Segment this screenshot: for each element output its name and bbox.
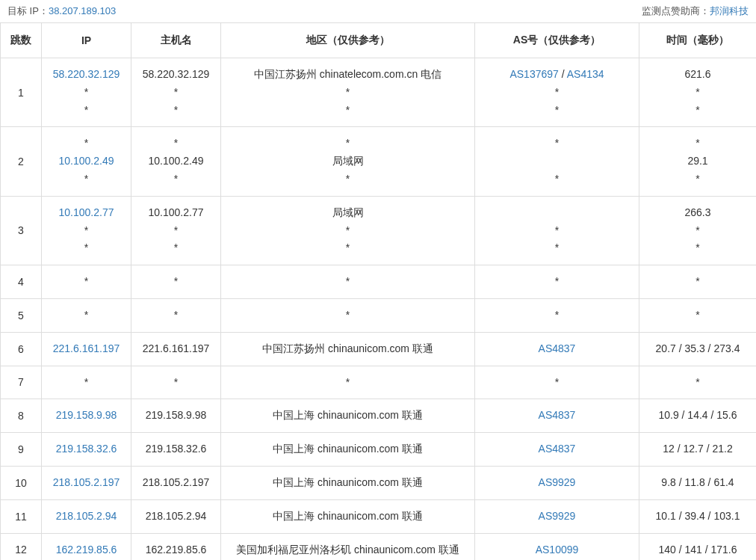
- sponsor-link[interactable]: 邦润科技: [710, 5, 749, 16]
- cell-time: 621.6**: [639, 58, 757, 127]
- ip-link[interactable]: 10.100.2.77: [59, 206, 114, 218]
- cell-host: 221.6.161.197: [131, 332, 221, 366]
- region-text: *: [346, 275, 350, 287]
- col-time: 时间（毫秒）: [639, 23, 757, 58]
- table-header-row: 跳数 IP 主机名 地区（仅供参考） AS号（仅供参考） 时间（毫秒）: [1, 23, 757, 58]
- as-link[interactable]: AS4134: [567, 68, 604, 80]
- cell-time: 10.1 / 39.4 / 103.1: [639, 499, 757, 533]
- col-ip: IP: [42, 23, 131, 58]
- ip-link[interactable]: 58.220.32.129: [53, 68, 120, 80]
- ip-link[interactable]: 162.219.85.6: [56, 544, 117, 556]
- region-text: *: [346, 137, 350, 149]
- ip-link[interactable]: 218.105.2.94: [56, 510, 117, 522]
- cell-as: **: [475, 196, 639, 265]
- top-bar: 目标 IP：38.207.189.103 监测点赞助商：邦润科技: [0, 0, 756, 22]
- cell-ip: 218.105.2.94: [42, 499, 131, 533]
- as-text: *: [555, 376, 559, 388]
- time-text: 29.1: [687, 155, 707, 167]
- cell-host: *10.100.2.49*: [131, 127, 221, 196]
- target-ip-block: 目标 IP：38.207.189.103: [7, 4, 116, 18]
- cell-ip: 10.100.2.77**: [42, 196, 131, 265]
- ip-link[interactable]: 219.158.32.6: [56, 443, 117, 455]
- cell-ip: 58.220.32.129**: [42, 58, 131, 127]
- col-as: AS号（仅供参考）: [475, 23, 639, 58]
- time-text: *: [695, 224, 699, 236]
- region-text: *: [346, 224, 350, 236]
- ip-text: *: [84, 241, 88, 253]
- time-text: *: [695, 137, 699, 149]
- cell-hop: 12: [1, 533, 42, 560]
- as-link[interactable]: AS9929: [539, 476, 576, 488]
- region-text: 局域网: [332, 206, 364, 218]
- region-text: *: [346, 86, 350, 98]
- time-text: *: [695, 309, 699, 321]
- region-text: *: [346, 376, 350, 388]
- as-text: /: [559, 68, 567, 80]
- cell-ip: 221.6.161.197: [42, 332, 131, 366]
- cell-host: 219.158.9.98: [131, 399, 221, 433]
- as-link[interactable]: AS4837: [539, 342, 576, 354]
- as-text: *: [555, 241, 559, 253]
- cell-as: *: [475, 265, 639, 299]
- table-row: 7*****: [1, 366, 757, 399]
- table-row: 2*10.100.2.49**10.100.2.49**局域网****29.1*: [1, 127, 757, 196]
- region-text: 中国江苏扬州 chinatelecom.com.cn 电信: [254, 68, 441, 80]
- host-text: 218.105.2.94: [146, 510, 207, 522]
- host-text: 218.105.2.197: [143, 476, 210, 488]
- host-text: 221.6.161.197: [143, 342, 210, 354]
- cell-region: 中国上海 chinaunicom.com 联通: [221, 433, 475, 467]
- ip-link[interactable]: 219.158.9.98: [56, 409, 117, 421]
- cell-host: *: [131, 366, 221, 399]
- cell-region: 中国上海 chinaunicom.com 联通: [221, 399, 475, 433]
- region-text: 美国加利福尼亚州洛杉矶 chinaunicom.com 联通: [236, 544, 459, 556]
- col-hop: 跳数: [1, 23, 42, 58]
- target-ip-link[interactable]: 38.207.189.103: [49, 5, 116, 16]
- as-link[interactable]: AS4837: [539, 409, 576, 421]
- cell-region: *: [221, 265, 475, 299]
- table-row: 4*****: [1, 265, 757, 299]
- cell-time: 12 / 12.7 / 21.2: [639, 433, 757, 467]
- as-text: *: [555, 173, 559, 185]
- host-text: *: [174, 309, 178, 321]
- cell-as: AS9929: [475, 499, 639, 533]
- table-row: 9219.158.32.6219.158.32.6中国上海 chinaunico…: [1, 433, 757, 467]
- host-text: 162.219.85.6: [146, 544, 207, 556]
- cell-hop: 3: [1, 196, 42, 265]
- cell-ip: 162.219.85.6: [42, 533, 131, 560]
- ip-text: *: [84, 104, 88, 116]
- ip-link[interactable]: 218.105.2.197: [53, 476, 120, 488]
- cell-region: 中国上海 chinaunicom.com 联通: [221, 466, 475, 499]
- ip-text: *: [84, 173, 88, 185]
- time-text: 621.6: [684, 68, 710, 80]
- time-text: *: [695, 173, 699, 185]
- cell-host: *: [131, 298, 221, 332]
- cell-as: AS137697 / AS4134**: [475, 58, 639, 127]
- cell-region: *: [221, 298, 475, 332]
- ip-link[interactable]: 221.6.161.197: [53, 342, 120, 354]
- cell-time: *: [639, 366, 757, 399]
- cell-time: 266.3**: [639, 196, 757, 265]
- ip-text: *: [84, 275, 88, 287]
- as-link[interactable]: AS9929: [539, 510, 576, 522]
- cell-time: 20.7 / 35.3 / 273.4: [639, 332, 757, 366]
- ip-link[interactable]: 10.100.2.49: [59, 155, 114, 167]
- cell-time: 10.9 / 14.4 / 15.6: [639, 399, 757, 433]
- cell-hop: 2: [1, 127, 42, 196]
- as-link[interactable]: AS10099: [536, 544, 579, 556]
- cell-host: 218.105.2.94: [131, 499, 221, 533]
- as-text: *: [555, 137, 559, 149]
- table-row: 158.220.32.129**58.220.32.129**中国江苏扬州 ch…: [1, 58, 757, 127]
- sponsor-label: 监测点赞助商：: [642, 5, 710, 16]
- cell-host: 162.219.85.6: [131, 533, 221, 560]
- as-link[interactable]: AS137697: [509, 68, 558, 80]
- ip-text: *: [84, 309, 88, 321]
- cell-as: *: [475, 298, 639, 332]
- host-text: 219.158.9.98: [146, 409, 207, 421]
- time-text: *: [695, 275, 699, 287]
- time-text: 12 / 12.7 / 21.2: [663, 443, 732, 455]
- cell-host: 218.105.2.197: [131, 466, 221, 499]
- cell-time: *: [639, 298, 757, 332]
- host-text: *: [174, 241, 178, 253]
- cell-host: 10.100.2.77**: [131, 196, 221, 265]
- as-link[interactable]: AS4837: [539, 443, 576, 455]
